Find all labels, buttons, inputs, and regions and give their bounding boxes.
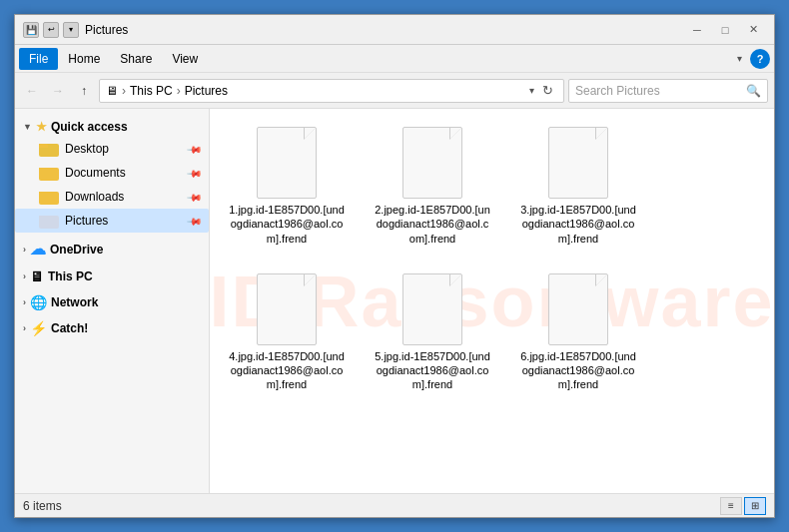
onedrive-expand-arrow: ›	[23, 245, 26, 255]
catch-section: › ⚡ Catch!	[15, 317, 209, 339]
network-section: › 🌐 Network	[15, 291, 209, 313]
address-path: 🖥 › This PC › Pictures	[106, 84, 525, 98]
close-button[interactable]: ✕	[740, 19, 766, 41]
thispc-label: This PC	[48, 269, 93, 283]
nav-bar: ← → ↑ 🖥 › This PC › Pictures ▾ ↻ Search …	[15, 73, 774, 109]
window-title: Pictures	[85, 23, 684, 37]
sidebar-item-downloads[interactable]: Downloads 📌	[15, 185, 209, 209]
thispc-icon: 🖥	[30, 268, 44, 284]
path-pictures[interactable]: Pictures	[185, 84, 228, 98]
maximize-button[interactable]: □	[712, 19, 738, 41]
file-icon-1	[257, 127, 317, 199]
file-item-3[interactable]: 3.jpg.id-1E857D00.[undogdianact1986@aol.…	[513, 121, 643, 252]
address-refresh-button[interactable]: ↻	[538, 83, 557, 98]
downloads-folder-icon	[39, 189, 59, 205]
search-placeholder: Search Pictures	[575, 84, 660, 98]
content-area: ID Ransomware 1.jpg.id-1E857D00.[undogdi…	[210, 109, 774, 493]
file-icon-5	[402, 273, 462, 345]
catch-expand-arrow: ›	[23, 323, 26, 333]
path-computer-icon: 🖥	[106, 84, 118, 98]
onedrive-header[interactable]: › ☁ OneDrive	[15, 237, 209, 262]
explorer-window: 💾 ↩ ▾ Pictures ─ □ ✕ File Home Share Vie…	[14, 14, 775, 518]
quick-access-header[interactable]: ▼ ★ Quick access	[15, 117, 209, 137]
file-item-4[interactable]: 4.jpg.id-1E857D00.[undogdianact1986@aol.…	[222, 267, 352, 398]
sidebar: ▼ ★ Quick access Desktop 📌 Documents 📌	[15, 109, 210, 493]
onedrive-section: › ☁ OneDrive	[15, 237, 209, 262]
file-name-4: 4.jpg.id-1E857D00.[undogdianact1986@aol.…	[228, 349, 346, 392]
thispc-expand-arrow: ›	[23, 271, 26, 281]
menu-view[interactable]: View	[162, 48, 208, 70]
sidebar-item-desktop-label: Desktop	[65, 142, 109, 156]
desktop-pin-icon: 📌	[187, 141, 203, 157]
file-grid: 1.jpg.id-1E857D00.[undogdianact1986@aol.…	[210, 109, 774, 493]
file-icon-4	[257, 273, 317, 345]
path-thispc[interactable]: This PC	[130, 84, 173, 98]
sidebar-item-documents[interactable]: Documents 📌	[15, 161, 209, 185]
quick-access-expand-arrow: ▼	[23, 122, 32, 132]
catch-icon: ⚡	[30, 320, 47, 336]
file-item-6[interactable]: 6.jpg.id-1E857D00.[undogdianact1986@aol.…	[513, 267, 643, 398]
network-header[interactable]: › 🌐 Network	[15, 291, 209, 313]
file-name-3: 3.jpg.id-1E857D00.[undogdianact1986@aol.…	[519, 203, 637, 246]
file-name-1: 1.jpg.id-1E857D00.[undogdianact1986@aol.…	[228, 203, 346, 246]
downloads-pin-icon: 📌	[187, 189, 203, 205]
desktop-folder-icon	[39, 141, 59, 157]
pictures-folder-icon	[39, 213, 59, 229]
sidebar-item-downloads-label: Downloads	[65, 190, 124, 204]
network-icon: 🌐	[30, 294, 47, 310]
quick-access-section: ▼ ★ Quick access Desktop 📌 Documents 📌	[15, 117, 209, 233]
back-button[interactable]: ←	[21, 80, 43, 102]
sidebar-item-pictures[interactable]: Pictures 📌	[15, 209, 209, 233]
file-icon-6	[548, 273, 608, 345]
address-bar[interactable]: 🖥 › This PC › Pictures ▾ ↻	[99, 79, 564, 103]
documents-folder-icon	[39, 165, 59, 181]
sidebar-item-documents-label: Documents	[65, 166, 126, 180]
file-item-5[interactable]: 5.jpg.id-1E857D00.[undogdianact1986@aol.…	[368, 267, 497, 398]
quick-access-label: Quick access	[51, 120, 128, 134]
quick-access-toolbar-save[interactable]: 💾	[23, 22, 39, 38]
item-count: 6 items	[23, 499, 62, 513]
catch-label: Catch!	[51, 321, 88, 335]
quick-access-toolbar-undo[interactable]: ↩	[43, 22, 59, 38]
onedrive-icon: ☁	[30, 240, 46, 259]
file-name-6: 6.jpg.id-1E857D00.[undogdianact1986@aol.…	[519, 349, 637, 392]
menu-bar: File Home Share View ▾ ?	[15, 45, 774, 73]
network-expand-arrow: ›	[23, 297, 26, 307]
catch-header[interactable]: › ⚡ Catch!	[15, 317, 209, 339]
network-label: Network	[51, 295, 98, 309]
search-icon: 🔍	[746, 84, 761, 98]
ribbon-toggle[interactable]: ▾	[733, 51, 746, 66]
minimize-button[interactable]: ─	[684, 19, 710, 41]
file-item-2[interactable]: 2.jpeg.id-1E857D00.[undogdianact1986@aol…	[368, 121, 497, 252]
status-bar: 6 items ≡ ⊞	[15, 493, 774, 517]
file-icon-2	[402, 127, 462, 199]
menu-share[interactable]: Share	[110, 48, 162, 70]
sidebar-item-desktop[interactable]: Desktop 📌	[15, 137, 209, 161]
view-details-button[interactable]: ≡	[720, 497, 742, 515]
menu-file[interactable]: File	[19, 48, 58, 70]
file-name-5: 5.jpg.id-1E857D00.[undogdianact1986@aol.…	[374, 349, 491, 392]
title-bar: 💾 ↩ ▾ Pictures ─ □ ✕	[15, 15, 774, 45]
file-item-1[interactable]: 1.jpg.id-1E857D00.[undogdianact1986@aol.…	[222, 121, 352, 252]
search-bar[interactable]: Search Pictures 🔍	[568, 79, 768, 103]
main-area: ▼ ★ Quick access Desktop 📌 Documents 📌	[15, 109, 774, 493]
onedrive-label: OneDrive	[50, 243, 103, 257]
menu-home[interactable]: Home	[58, 48, 110, 70]
up-button[interactable]: ↑	[73, 80, 95, 102]
title-bar-icons: 💾 ↩ ▾	[23, 22, 79, 38]
view-icons-button[interactable]: ⊞	[744, 497, 766, 515]
address-dropdown-arrow[interactable]: ▾	[525, 85, 538, 96]
pictures-pin-icon: 📌	[187, 213, 203, 229]
quick-access-star-icon: ★	[36, 120, 47, 134]
forward-button[interactable]: →	[47, 80, 69, 102]
sidebar-item-pictures-label: Pictures	[65, 214, 108, 228]
file-icon-3	[548, 127, 608, 199]
thispc-header[interactable]: › 🖥 This PC	[15, 266, 209, 287]
thispc-section: › 🖥 This PC	[15, 266, 209, 287]
menu-right: ▾ ?	[733, 49, 770, 69]
quick-access-toolbar-properties[interactable]: ▾	[63, 22, 79, 38]
file-name-2: 2.jpeg.id-1E857D00.[undogdianact1986@aol…	[374, 203, 491, 246]
view-buttons: ≡ ⊞	[720, 497, 766, 515]
documents-pin-icon: 📌	[187, 165, 203, 181]
help-button[interactable]: ?	[750, 49, 770, 69]
